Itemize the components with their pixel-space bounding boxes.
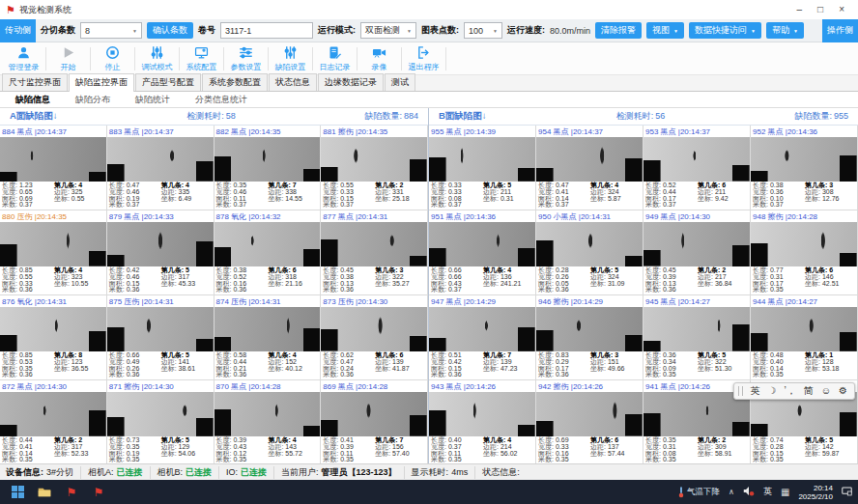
app-taskbar-icon-1[interactable]: [58, 480, 85, 504]
help-menu-button[interactable]: 帮助: [766, 22, 804, 39]
tray-expand-icon[interactable]: ∧: [729, 488, 734, 496]
defect-cell-952[interactable]: 952 黑点 |20:14:36长度:0.38宽度:0.36面积:0.10米数:…: [751, 126, 858, 210]
tab-4[interactable]: 状态信息: [269, 73, 317, 91]
volume-muted-icon[interactable]: [743, 486, 755, 498]
defect-thumbnail[interactable]: [644, 222, 750, 266]
defect-thumbnail[interactable]: [107, 307, 214, 351]
maximize-icon[interactable]: □: [817, 5, 823, 14]
view-menu-button[interactable]: 视图: [646, 22, 684, 39]
defect-thumbnail[interactable]: [0, 392, 106, 436]
defect-thumbnail[interactable]: [321, 137, 427, 182]
defect-thumbnail[interactable]: [0, 307, 106, 351]
subtab-2[interactable]: 缺陷统计: [135, 94, 170, 106]
defect-cell-871[interactable]: 871 擦伤 |20:14:30长度:0.73宽度:0.35面积:0.19米数:…: [107, 380, 214, 463]
subtab-1[interactable]: 缺陷分布: [75, 94, 110, 106]
defect-thumbnail[interactable]: [321, 392, 427, 436]
ime-toolbar[interactable]: 英☽’，简☺⚙: [733, 382, 855, 400]
action-user-button[interactable]: 管理登录: [2, 45, 45, 72]
defect-cell-878[interactable]: 878 氧化 |20:14:32长度:0.38宽度:0.52面积:0.16米数:…: [214, 210, 322, 295]
tab-2[interactable]: 产品型号配置: [135, 73, 201, 91]
minimize-icon[interactable]: –: [797, 5, 803, 14]
defect-cell-949[interactable]: 949 黑点 |20:14:30长度:0.45宽度:0.39面积:0.13米数:…: [644, 210, 751, 295]
close-icon[interactable]: ×: [839, 5, 844, 14]
defect-cell-945[interactable]: 945 黑点 |20:14:27长度:0.36宽度:0.34面积:0.09米数:…: [644, 295, 751, 380]
defect-thumbnail[interactable]: [107, 392, 214, 436]
defect-cell-884[interactable]: 884 黑点 |20:14:37长度:1.23宽度:0.65面积:0.69米数:…: [0, 126, 107, 210]
tab-6[interactable]: 测试: [385, 73, 415, 91]
defect-cell-875[interactable]: 875 压伤 |20:14:31长度:0.66宽度:0.49面积:0.26米数:…: [107, 295, 214, 380]
tab-5[interactable]: 边缘数据记录: [318, 73, 384, 91]
tab-3[interactable]: 系统参数配置: [202, 73, 268, 91]
defect-thumbnail[interactable]: [214, 392, 321, 436]
clock[interactable]: 20:14 2025/2/10: [798, 484, 833, 501]
weather-widget[interactable]: 气温下降: [678, 486, 720, 498]
defect-cell-942[interactable]: 942 擦伤 |20:14:26长度:0.69宽度:0.33面积:0.16米数:…: [536, 380, 644, 463]
defect-cell-946[interactable]: 946 擦伤 |20:14:29长度:0.83宽度:0.29面积:0.17米数:…: [536, 295, 644, 380]
defect-cell-870[interactable]: 870 黑点 |20:14:28长度:0.39宽度:0.43面积:0.12米数:…: [214, 380, 322, 463]
ime-night-mode-icon[interactable]: ☽: [768, 386, 777, 396]
quick-access-menu-button[interactable]: 数据快捷访问: [689, 22, 761, 39]
defect-cell-873[interactable]: 873 压伤 |20:14:30长度:0.62宽度:0.47面积:0.24米数:…: [321, 295, 428, 380]
defect-cell-948[interactable]: 948 擦伤 |20:14:28长度:0.77宽度:0.31面积:0.17米数:…: [751, 210, 858, 295]
ime-punctuation-mode[interactable]: ’，: [785, 386, 796, 396]
action-video-camera-button[interactable]: 录像: [358, 45, 401, 72]
clear-alarm-button[interactable]: 清除报警: [595, 22, 642, 39]
confirm-count-button[interactable]: 确认条数: [147, 22, 193, 39]
action-monitor-button[interactable]: 系统配置: [180, 45, 223, 72]
app-taskbar-icon-2[interactable]: [85, 480, 112, 504]
defect-cell-882[interactable]: 882 黑点 |20:14:35长度:0.35宽度:0.46面积:0.11米数:…: [214, 126, 322, 210]
defect-cell-953[interactable]: 953 黑点 |20:14:37长度:0.52宽度:0.44面积:0.17米数:…: [644, 126, 751, 210]
defect-cell-874[interactable]: 874 压伤 |20:14:31长度:0.58宽度:0.44面积:0.21米数:…: [214, 295, 322, 380]
defect-thumbnail[interactable]: [107, 137, 214, 182]
defect-cell-881[interactable]: 881 擦伤 |20:14:35长度:0.55宽度:0.33面积:0.15米数:…: [321, 126, 428, 210]
defect-cell-883[interactable]: 883 黑点 |20:14:37长度:0.47宽度:0.46面积:0.19米数:…: [107, 126, 214, 210]
tab-1[interactable]: 缺陷监控界面: [69, 73, 134, 92]
defect-thumbnail[interactable]: [214, 222, 321, 266]
defect-thumbnail[interactable]: [214, 137, 321, 182]
defect-thumbnail[interactable]: [429, 307, 535, 351]
defect-thumbnail[interactable]: [536, 392, 643, 436]
defect-cell-943[interactable]: 943 黑点 |20:14:26长度:0.40宽度:0.37面积:0.11米数:…: [429, 380, 536, 463]
defect-cell-872[interactable]: 872 黑点 |20:14:30长度:0.44宽度:0.41面积:0.14米数:…: [0, 380, 107, 463]
roll-number-input[interactable]: [220, 22, 313, 39]
defect-thumbnail[interactable]: [536, 222, 643, 266]
action-stop-button[interactable]: 停止: [91, 45, 134, 72]
notification-tray-icon[interactable]: [842, 487, 852, 498]
defect-cell-879[interactable]: 879 黑点 |20:14:33长度:0.42宽度:0.46面积:0.15米数:…: [107, 210, 214, 295]
defect-cell-944[interactable]: 944 黑点 |20:14:27长度:0.48宽度:0.40面积:0.14米数:…: [751, 295, 858, 380]
defect-thumbnail[interactable]: [321, 222, 427, 266]
defect-cell-869[interactable]: 869 黑点 |20:14:28长度:0.41宽度:0.39面积:0.11米数:…: [321, 380, 428, 463]
defect-cell-955[interactable]: 955 黑点 |20:14:39长度:0.33宽度:0.33面积:0.08米数:…: [429, 126, 536, 210]
ime-keyboard-icon[interactable]: ▦: [781, 488, 789, 497]
defect-cell-950[interactable]: 950 小黑点 |20:14:31长度:0.28宽度:0.26面积:0.05米数…: [536, 210, 644, 295]
input-language-indicator[interactable]: 英: [763, 486, 772, 498]
defect-cell-876[interactable]: 876 氧化 |20:14:31长度:0.85宽度:0.53面积:0.35米数:…: [0, 295, 107, 380]
chart-points-select[interactable]: 100: [464, 22, 502, 39]
defect-thumbnail[interactable]: [429, 392, 535, 436]
slit-count-select[interactable]: 8: [80, 22, 142, 39]
action-h-sliders-button[interactable]: 参数设置: [224, 45, 268, 72]
tab-0[interactable]: 尺寸监控界面: [2, 73, 68, 91]
defect-thumbnail[interactable]: [429, 137, 535, 182]
ime-lang-en[interactable]: 英: [751, 386, 760, 396]
action-exit-button[interactable]: 退出程序: [402, 45, 445, 72]
action-v-sliders-button[interactable]: 缺陷设置: [269, 45, 312, 72]
defect-thumbnail[interactable]: [429, 222, 535, 266]
defect-cell-954[interactable]: 954 黑点 |20:14:37长度:0.47宽度:0.41面积:0.14米数:…: [536, 126, 644, 210]
defect-thumbnail[interactable]: [751, 222, 857, 266]
defect-thumbnail[interactable]: [536, 307, 643, 351]
subtab-3[interactable]: 分类信息统计: [195, 94, 247, 106]
defect-cell-947[interactable]: 947 黑点 |20:14:29长度:0.51宽度:0.42面积:0.15米数:…: [429, 295, 536, 380]
defect-cell-951[interactable]: 951 黑点 |20:14:36长度:0.66宽度:0.66面积:0.43米数:…: [429, 210, 536, 295]
action-log-button[interactable]: 日志记录: [313, 45, 357, 72]
ime-emoji-picker-icon[interactable]: ☺: [821, 386, 831, 396]
action-debug-sliders-button[interactable]: 调试模式: [135, 45, 179, 72]
start-button[interactable]: [4, 480, 31, 504]
defect-thumbnail[interactable]: [321, 307, 427, 351]
file-explorer-icon[interactable]: [31, 480, 58, 504]
defect-cell-877[interactable]: 877 黑点 |20:14:31长度:0.45宽度:0.38面积:0.13米数:…: [321, 210, 428, 295]
defect-thumbnail[interactable]: [644, 137, 750, 182]
ime-simplified-chinese[interactable]: 简: [804, 386, 814, 396]
defect-thumbnail[interactable]: [0, 137, 106, 182]
defect-thumbnail[interactable]: [644, 307, 750, 351]
